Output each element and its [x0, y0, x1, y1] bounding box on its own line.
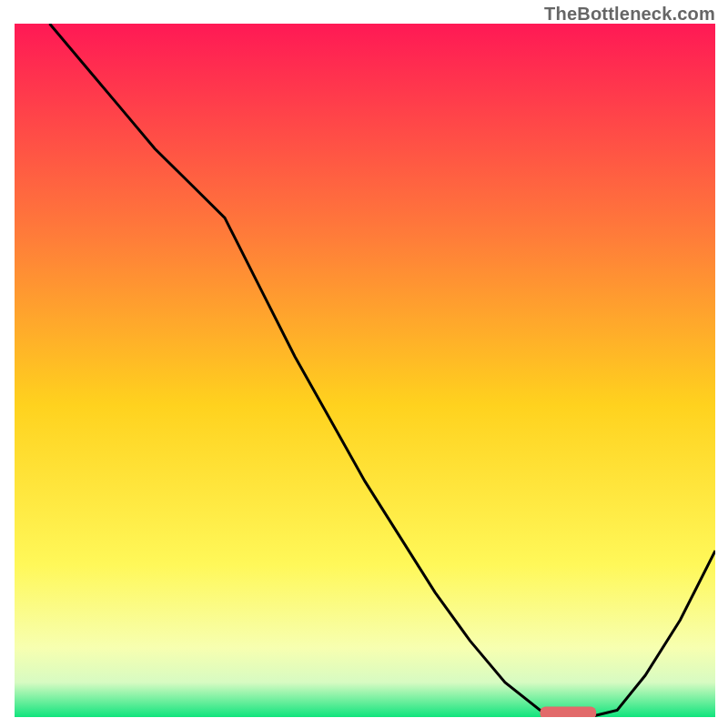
attribution-text: TheBottleneck.com [544, 4, 715, 25]
chart-frame: TheBottleneck.com [0, 0, 728, 728]
plot-area [15, 24, 715, 717]
heat-gradient-rect [15, 24, 715, 717]
bottleneck-chart [15, 24, 715, 717]
optimum-marker [541, 706, 597, 717]
